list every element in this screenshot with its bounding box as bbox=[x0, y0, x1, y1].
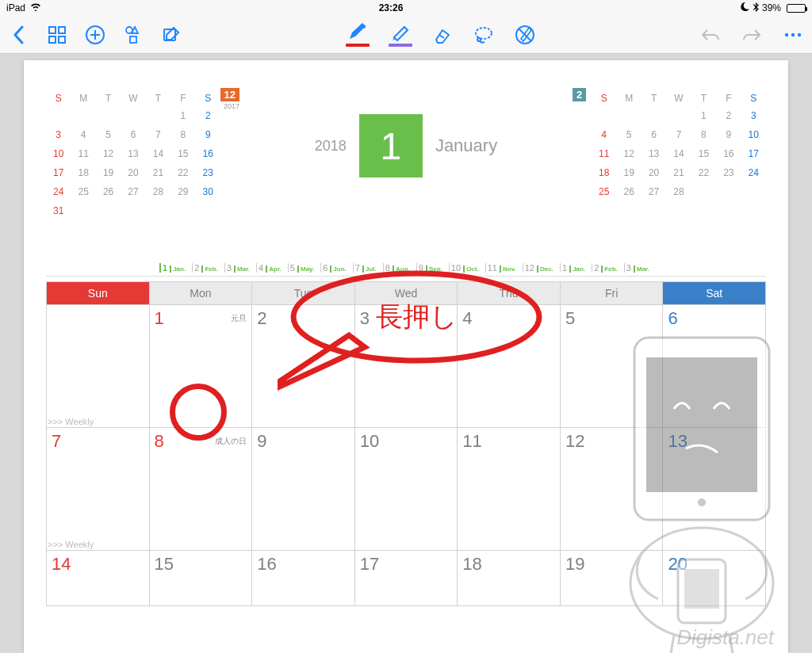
grid-view-button[interactable] bbox=[46, 24, 68, 46]
mini-cal-day[interactable]: 16 bbox=[716, 144, 741, 163]
mini-cal-day[interactable]: 25 bbox=[71, 182, 95, 201]
mini-cal-prev[interactable]: S M T W T F S 122017 1234567891011121314… bbox=[46, 90, 220, 220]
mini-cal-day[interactable]: 31 bbox=[46, 201, 71, 220]
mini-cal-day[interactable]: 23 bbox=[716, 163, 741, 182]
mini-cal-day[interactable] bbox=[616, 106, 641, 125]
mini-cal-day[interactable] bbox=[71, 106, 95, 125]
mini-cal-day[interactable]: 13 bbox=[642, 144, 666, 163]
mini-cal-day[interactable]: 16 bbox=[196, 144, 220, 163]
mini-cal-day[interactable]: 10 bbox=[741, 125, 766, 144]
mini-cal-day[interactable]: 14 bbox=[146, 144, 170, 163]
month-strip-item[interactable]: 2 Feb. bbox=[592, 263, 621, 273]
mini-cal-day[interactable]: 26 bbox=[616, 182, 641, 201]
mini-cal-day[interactable]: 3 bbox=[46, 125, 71, 144]
mini-cal-day[interactable]: 2 bbox=[716, 106, 741, 125]
month-strip-item[interactable]: 1 Jan. bbox=[159, 263, 189, 273]
month-strip-item[interactable]: 1 Jan. bbox=[560, 263, 588, 273]
month-strip-item[interactable]: 6 Jun. bbox=[320, 263, 350, 273]
mini-cal-day[interactable]: 19 bbox=[96, 163, 121, 182]
back-button[interactable] bbox=[8, 24, 30, 46]
month-strip-item[interactable]: 11 Nov. bbox=[485, 263, 519, 273]
compose-button[interactable] bbox=[160, 24, 182, 46]
month-strip-item[interactable]: 4 Apr. bbox=[256, 263, 285, 273]
mini-cal-day[interactable]: 18 bbox=[71, 163, 95, 182]
mini-cal-day[interactable] bbox=[170, 201, 195, 220]
mini-cal-day[interactable] bbox=[46, 106, 71, 125]
mini-cal-day[interactable]: 19 bbox=[616, 163, 641, 182]
mini-cal-day[interactable] bbox=[691, 182, 716, 201]
mini-cal-next[interactable]: 2 S M T W T F S 123456789101112131415161… bbox=[592, 90, 766, 201]
undo-button[interactable] bbox=[699, 24, 722, 46]
calendar-cell[interactable]: 18 bbox=[458, 551, 561, 606]
mini-cal-day[interactable] bbox=[96, 106, 121, 125]
mini-cal-day[interactable]: 5 bbox=[616, 125, 641, 144]
mini-cal-day[interactable]: 11 bbox=[71, 144, 95, 163]
mini-cal-day[interactable]: 9 bbox=[716, 125, 741, 144]
mini-cal-day[interactable] bbox=[592, 106, 616, 125]
pen-tool[interactable]: ✱ bbox=[346, 23, 370, 47]
calendar-page[interactable]: S M T W T F S 122017 1234567891011121314… bbox=[24, 60, 788, 653]
mini-cal-day[interactable]: 17 bbox=[46, 163, 71, 182]
mini-cal-day[interactable] bbox=[196, 201, 220, 220]
eraser-tool[interactable] bbox=[431, 24, 454, 46]
mini-cal-day[interactable]: 25 bbox=[592, 182, 616, 201]
calendar-cell[interactable]: 1元旦 bbox=[150, 305, 253, 428]
mini-cal-day[interactable] bbox=[642, 106, 666, 125]
mini-cal-day[interactable] bbox=[121, 106, 145, 125]
mini-cal-day[interactable]: 30 bbox=[196, 182, 220, 201]
mini-cal-day[interactable]: 18 bbox=[592, 163, 616, 182]
mini-cal-day[interactable]: 29 bbox=[170, 182, 195, 201]
mini-cal-day[interactable]: 3 bbox=[741, 106, 766, 125]
month-strip-item[interactable]: 3 Mar. bbox=[624, 263, 653, 273]
calendar-cell[interactable] bbox=[46, 305, 150, 428]
weekly-link[interactable]: >>> Weekly bbox=[48, 417, 94, 426]
mini-cal-day[interactable]: 17 bbox=[741, 144, 766, 163]
mini-cal-day[interactable] bbox=[96, 201, 121, 220]
mini-cal-day[interactable] bbox=[741, 182, 766, 201]
mini-cal-day[interactable]: 24 bbox=[46, 182, 71, 201]
mini-cal-day[interactable]: 4 bbox=[71, 125, 95, 144]
mini-cal-day[interactable]: 23 bbox=[196, 163, 220, 182]
mini-cal-day[interactable]: 15 bbox=[691, 144, 716, 163]
redo-button[interactable] bbox=[741, 24, 763, 46]
more-button[interactable] bbox=[782, 24, 804, 46]
mini-cal-day[interactable]: 21 bbox=[666, 163, 691, 182]
calendar-cell[interactable]: 16 bbox=[252, 551, 355, 606]
no-pen-tool[interactable] bbox=[514, 24, 536, 46]
calendar-cell[interactable]: 14 bbox=[46, 551, 150, 606]
mini-cal-day[interactable]: 1 bbox=[691, 106, 716, 125]
mini-cal-day[interactable]: 6 bbox=[121, 125, 145, 144]
month-strip-item[interactable]: 2 Feb. bbox=[192, 263, 221, 273]
mini-cal-day[interactable] bbox=[71, 201, 95, 220]
highlighter-tool[interactable] bbox=[389, 23, 412, 47]
mini-cal-day[interactable]: 26 bbox=[96, 182, 121, 201]
mini-cal-day[interactable]: 21 bbox=[146, 163, 170, 182]
mini-cal-day[interactable]: 20 bbox=[642, 163, 666, 182]
mini-cal-day[interactable]: 11 bbox=[592, 144, 616, 163]
mini-cal-day[interactable]: 6 bbox=[642, 125, 666, 144]
mini-cal-day[interactable]: 12 bbox=[96, 144, 121, 163]
calendar-cell[interactable]: 4 bbox=[458, 305, 561, 428]
calendar-cell[interactable]: 7 bbox=[46, 428, 150, 551]
mini-cal-day[interactable]: 24 bbox=[741, 163, 766, 182]
mini-cal-day[interactable]: 28 bbox=[146, 182, 170, 201]
mini-cal-day[interactable]: 1 bbox=[170, 106, 195, 125]
mini-cal-day[interactable]: 13 bbox=[121, 144, 145, 163]
calendar-cell[interactable]: 2 bbox=[252, 305, 355, 428]
mini-cal-day[interactable]: 15 bbox=[170, 144, 195, 163]
mini-cal-day[interactable]: 27 bbox=[642, 182, 666, 201]
mini-cal-day[interactable]: 4 bbox=[592, 125, 616, 144]
mini-cal-day[interactable]: 28 bbox=[666, 182, 691, 201]
month-strip-item[interactable]: 10 Oct. bbox=[449, 263, 482, 273]
calendar-cell[interactable]: 17 bbox=[355, 551, 458, 606]
calendar-cell[interactable]: 3 bbox=[355, 305, 458, 428]
mini-cal-day[interactable]: 27 bbox=[121, 182, 145, 201]
calendar-cell[interactable]: 9 bbox=[252, 428, 355, 551]
mini-cal-day[interactable] bbox=[146, 106, 170, 125]
mini-cal-day[interactable]: 7 bbox=[666, 125, 691, 144]
month-strip[interactable]: 1 Jan.2 Feb.3 Mar.4 Apr.5 May.6 Jun.7 Ju… bbox=[46, 263, 766, 277]
month-strip-item[interactable]: 8 Aug. bbox=[383, 263, 413, 273]
month-strip-item[interactable]: 9 Sep. bbox=[416, 263, 446, 273]
mini-cal-day[interactable] bbox=[121, 201, 145, 220]
shapes-button[interactable] bbox=[122, 24, 144, 46]
